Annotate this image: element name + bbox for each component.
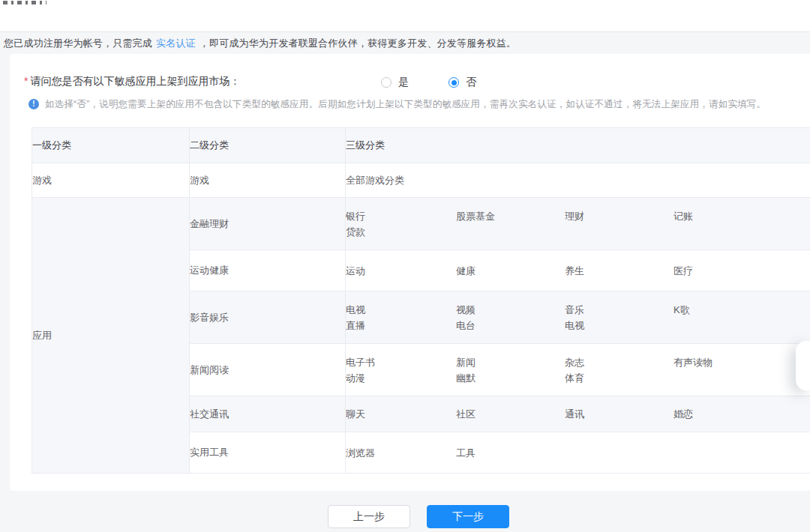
intro-message: 您已成功注册华为帐号，只需完成实名认证，即可成为华为开发者联盟合作伙伴，获得更多… [4,37,516,50]
cell-l1-game: 游戏 [32,163,190,198]
footer-actions: 上一步 下一步 [14,505,810,528]
clipped-page-heading-fragment [3,1,46,4]
cell-l2-tools: 实用工具 [190,432,346,474]
required-asterisk: * [24,75,28,87]
cell-l3-social: 聊天 社区 通讯 婚恋 [346,396,810,432]
info-icon: ! [28,99,39,109]
page: 您已成功注册华为帐号，只需完成实名认证，即可成为华为开发者联盟合作伙伴，获得更多… [0,0,810,532]
note-row: ! 如选择“否”，说明您需要上架的应用不包含以下类型的敏感应用。后期如您计划上架… [10,98,810,111]
cell-l3-health: 运动 健康 养生 医疗 [346,250,810,291]
question-label: 请问您是否有以下敏感应用上架到应用市场： [30,75,240,87]
sensitive-app-question-row: *请问您是否有以下敏感应用上架到应用市场： 是 否 [10,75,810,90]
previous-step-button[interactable]: 上一步 [328,505,410,528]
radio-option-yes[interactable]: 是 [381,76,409,89]
radio-yes-label: 是 [398,76,409,89]
cell-l1-app: 应用 [32,198,190,474]
next-step-button[interactable]: 下一步 [427,505,509,528]
cell-l2-media: 影音娱乐 [190,291,346,344]
table-row-finance: 应用 金融理财 银行贷款 股票基金 理财 记账 [32,198,810,250]
floating-widget-cutoff[interactable] [796,341,810,390]
cell-l2-social: 社交通讯 [190,396,346,432]
cell-l2-game: 游戏 [190,163,346,198]
cell-l3-game: 全部游戏分类 [346,163,810,198]
note-text: 如选择“否”，说明您需要上架的应用不包含以下类型的敏感应用。后期如您计划上架以下… [45,98,766,111]
cell-l2-finance: 金融理财 [190,198,346,250]
cell-l2-health: 运动健康 [190,250,346,291]
table-row-game: 游戏 游戏 全部游戏分类 [32,163,810,198]
table-header-row: 一级分类 二级分类 三级分类 [32,128,810,163]
header-level3: 三级分类 [346,128,810,163]
intro-text-after: ，即可成为华为开发者联盟合作伙伴，获得更多开发、分发等服务权益。 [200,37,516,49]
header-level1: 一级分类 [32,128,190,163]
radio-option-no[interactable]: 否 [448,76,476,89]
intro-text-before: 您已成功注册华为帐号，只需完成 [4,37,152,49]
cell-l3-media: 电视直播 视频电台 音乐电视 K歌 [346,291,810,344]
radio-no-label: 否 [466,76,476,89]
cell-l3-news: 电子书动漫 新闻幽默 杂志体育 有声读物 [346,344,810,396]
sensitive-category-table: 一级分类 二级分类 三级分类 游戏 游戏 全部游戏分类 应用 金融理财 银行贷款… [32,127,810,474]
radio-selected-icon[interactable] [448,77,459,88]
form-card: *请问您是否有以下敏感应用上架到应用市场： 是 否 ! 如选择“否”，说明您需要… [10,54,810,491]
radio-unselected-icon[interactable] [381,77,392,88]
cell-l3-tools: 浏览器 工具 [346,432,810,474]
cell-l2-news: 新闻阅读 [190,344,346,396]
top-strip [0,0,810,32]
header-level2: 二级分类 [190,128,346,163]
real-name-verification-link[interactable]: 实名认证 [156,37,196,49]
cell-l3-finance: 银行贷款 股票基金 理财 记账 [346,198,810,250]
